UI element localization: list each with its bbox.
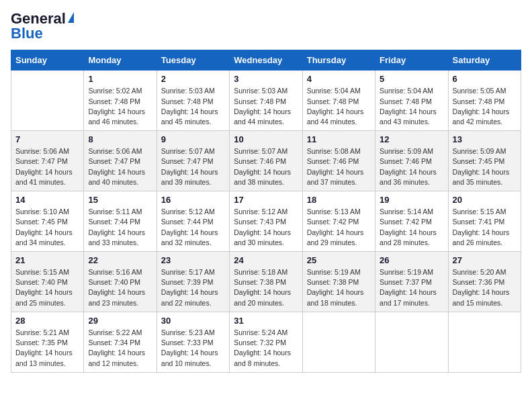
calendar-cell: 2Sunrise: 5:03 AMSunset: 7:48 PMDaylight… (157, 71, 229, 131)
day-number: 30 (161, 316, 225, 326)
logo: General Blue (11, 11, 74, 42)
calendar-cell: 26Sunrise: 5:19 AMSunset: 7:37 PMDayligh… (375, 252, 448, 312)
day-number: 14 (15, 195, 79, 205)
calendar-cell: 25Sunrise: 5:19 AMSunset: 7:38 PMDayligh… (302, 252, 375, 312)
calendar-cell: 23Sunrise: 5:17 AMSunset: 7:39 PMDayligh… (157, 252, 229, 312)
day-info: Sunrise: 5:16 AMSunset: 7:40 PMDaylight:… (88, 267, 152, 308)
day-number: 16 (161, 195, 225, 205)
calendar-cell: 4Sunrise: 5:04 AMSunset: 7:48 PMDaylight… (302, 71, 375, 131)
calendar-cell: 9Sunrise: 5:07 AMSunset: 7:47 PMDaylight… (157, 131, 229, 191)
day-number: 31 (234, 316, 298, 326)
day-number: 25 (307, 255, 371, 265)
day-header-wednesday: Wednesday (230, 50, 302, 71)
day-info: Sunrise: 5:08 AMSunset: 7:46 PMDaylight:… (307, 146, 371, 187)
calendar-cell: 1Sunrise: 5:02 AMSunset: 7:48 PMDaylight… (84, 71, 157, 131)
day-number: 12 (380, 134, 443, 144)
day-info: Sunrise: 5:04 AMSunset: 7:48 PMDaylight:… (307, 86, 371, 127)
day-info: Sunrise: 5:15 AMSunset: 7:41 PMDaylight:… (453, 207, 517, 248)
day-info: Sunrise: 5:17 AMSunset: 7:39 PMDaylight:… (161, 267, 225, 308)
day-number: 21 (15, 255, 79, 265)
day-number: 28 (15, 316, 79, 326)
day-info: Sunrise: 5:13 AMSunset: 7:42 PMDaylight:… (307, 207, 371, 248)
calendar-cell (11, 71, 84, 131)
day-info: Sunrise: 5:03 AMSunset: 7:48 PMDaylight:… (234, 86, 298, 127)
day-number: 27 (453, 255, 517, 265)
calendar-cell: 12Sunrise: 5:09 AMSunset: 7:46 PMDayligh… (375, 131, 448, 191)
calendar-cell: 15Sunrise: 5:11 AMSunset: 7:44 PMDayligh… (84, 191, 157, 252)
day-info: Sunrise: 5:12 AMSunset: 7:44 PMDaylight:… (161, 207, 225, 248)
day-number: 29 (88, 316, 152, 326)
day-info: Sunrise: 5:23 AMSunset: 7:33 PMDaylight:… (161, 328, 225, 369)
calendar-cell: 17Sunrise: 5:12 AMSunset: 7:43 PMDayligh… (230, 191, 302, 252)
calendar-cell: 13Sunrise: 5:09 AMSunset: 7:45 PMDayligh… (448, 131, 521, 191)
day-header-sunday: Sunday (11, 50, 84, 71)
calendar-cell: 10Sunrise: 5:07 AMSunset: 7:46 PMDayligh… (230, 131, 302, 191)
day-number: 24 (234, 255, 298, 265)
day-number: 9 (161, 134, 225, 144)
logo-text-blue: Blue (11, 26, 43, 42)
day-header-monday: Monday (84, 50, 157, 71)
calendar-cell: 28Sunrise: 5:21 AMSunset: 7:35 PMDayligh… (11, 312, 84, 372)
day-info: Sunrise: 5:07 AMSunset: 7:47 PMDaylight:… (161, 146, 225, 187)
day-info: Sunrise: 5:15 AMSunset: 7:40 PMDaylight:… (15, 267, 79, 308)
day-number: 2 (161, 74, 225, 84)
day-info: Sunrise: 5:07 AMSunset: 7:46 PMDaylight:… (234, 146, 298, 187)
day-info: Sunrise: 5:11 AMSunset: 7:44 PMDaylight:… (88, 207, 152, 248)
day-number: 6 (453, 74, 517, 84)
calendar-header: SundayMondayTuesdayWednesdayThursdayFrid… (11, 50, 521, 71)
calendar-body: 1Sunrise: 5:02 AMSunset: 7:48 PMDaylight… (11, 71, 521, 372)
day-number: 3 (234, 74, 298, 84)
day-number: 17 (234, 195, 298, 205)
day-number: 23 (161, 255, 225, 265)
day-info: Sunrise: 5:20 AMSunset: 7:36 PMDaylight:… (453, 267, 517, 308)
day-number: 10 (234, 134, 298, 144)
day-number: 7 (15, 134, 79, 144)
calendar-cell: 3Sunrise: 5:03 AMSunset: 7:48 PMDaylight… (230, 71, 302, 131)
calendar-cell: 8Sunrise: 5:06 AMSunset: 7:47 PMDaylight… (84, 131, 157, 191)
day-number: 1 (88, 74, 152, 84)
day-number: 11 (307, 134, 371, 144)
calendar-cell (302, 312, 375, 372)
calendar-cell: 29Sunrise: 5:22 AMSunset: 7:34 PMDayligh… (84, 312, 157, 372)
calendar-cell: 18Sunrise: 5:13 AMSunset: 7:42 PMDayligh… (302, 191, 375, 252)
day-info: Sunrise: 5:18 AMSunset: 7:38 PMDaylight:… (234, 267, 298, 308)
day-info: Sunrise: 5:24 AMSunset: 7:32 PMDaylight:… (234, 328, 298, 369)
calendar-cell: 31Sunrise: 5:24 AMSunset: 7:32 PMDayligh… (230, 312, 302, 372)
day-info: Sunrise: 5:06 AMSunset: 7:47 PMDaylight:… (88, 146, 152, 187)
calendar-cell: 16Sunrise: 5:12 AMSunset: 7:44 PMDayligh… (157, 191, 229, 252)
day-header-friday: Friday (375, 50, 448, 71)
day-number: 19 (380, 195, 443, 205)
day-info: Sunrise: 5:12 AMSunset: 7:43 PMDaylight:… (234, 207, 298, 248)
day-number: 15 (88, 195, 152, 205)
day-header-tuesday: Tuesday (157, 50, 229, 71)
day-info: Sunrise: 5:19 AMSunset: 7:37 PMDaylight:… (380, 267, 443, 308)
day-header-saturday: Saturday (448, 50, 521, 71)
day-info: Sunrise: 5:03 AMSunset: 7:48 PMDaylight:… (161, 86, 225, 127)
day-number: 22 (88, 255, 152, 265)
day-number: 13 (453, 134, 517, 144)
day-number: 5 (380, 74, 443, 84)
day-info: Sunrise: 5:05 AMSunset: 7:48 PMDaylight:… (453, 86, 517, 127)
day-info: Sunrise: 5:14 AMSunset: 7:42 PMDaylight:… (380, 207, 443, 248)
calendar-cell (448, 312, 521, 372)
day-info: Sunrise: 5:21 AMSunset: 7:35 PMDaylight:… (15, 328, 79, 369)
day-info: Sunrise: 5:22 AMSunset: 7:34 PMDaylight:… (88, 328, 152, 369)
calendar-cell: 21Sunrise: 5:15 AMSunset: 7:40 PMDayligh… (11, 252, 84, 312)
calendar-cell: 24Sunrise: 5:18 AMSunset: 7:38 PMDayligh… (230, 252, 302, 312)
calendar-cell: 27Sunrise: 5:20 AMSunset: 7:36 PMDayligh… (448, 252, 521, 312)
day-info: Sunrise: 5:10 AMSunset: 7:45 PMDaylight:… (15, 207, 79, 248)
page-header: General Blue (11, 11, 521, 42)
day-number: 18 (307, 195, 371, 205)
day-header-thursday: Thursday (302, 50, 375, 71)
day-info: Sunrise: 5:02 AMSunset: 7:48 PMDaylight:… (88, 86, 152, 127)
calendar-cell (375, 312, 448, 372)
calendar-cell: 5Sunrise: 5:04 AMSunset: 7:48 PMDaylight… (375, 71, 448, 131)
day-number: 4 (307, 74, 371, 84)
day-number: 20 (453, 195, 517, 205)
calendar-table: SundayMondayTuesdayWednesdayThursdayFrid… (11, 50, 521, 372)
calendar-cell: 20Sunrise: 5:15 AMSunset: 7:41 PMDayligh… (448, 191, 521, 252)
day-number: 8 (88, 134, 152, 144)
day-info: Sunrise: 5:04 AMSunset: 7:48 PMDaylight:… (380, 86, 443, 127)
day-info: Sunrise: 5:09 AMSunset: 7:46 PMDaylight:… (380, 146, 443, 187)
day-number: 26 (380, 255, 443, 265)
